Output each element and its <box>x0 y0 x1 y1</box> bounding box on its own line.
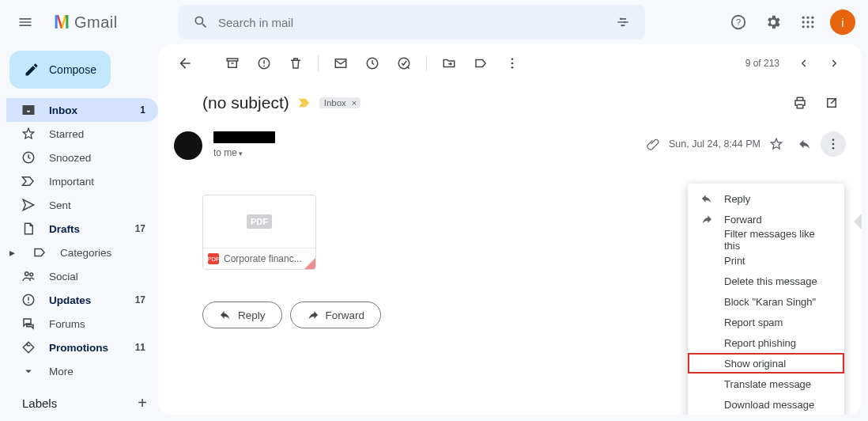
star-button[interactable] <box>764 131 789 157</box>
trash-icon <box>289 56 303 70</box>
help-button[interactable]: ? <box>723 6 754 38</box>
more-button[interactable] <box>498 49 526 78</box>
sidebar-item-more[interactable]: More <box>6 359 158 383</box>
compose-label: Compose <box>49 63 96 76</box>
gmail-wordmark: Gmail <box>74 13 118 32</box>
labels-button[interactable] <box>466 49 495 78</box>
important-marker-icon[interactable] <box>297 97 311 108</box>
label-icon <box>474 56 488 70</box>
main-menu-button[interactable] <box>9 6 41 38</box>
nav-label: More <box>49 366 149 377</box>
sender-name-redacted <box>213 131 275 143</box>
reply-icon <box>699 192 715 205</box>
menu-item-label: Translate message <box>724 378 811 390</box>
report-spam-icon <box>257 56 271 70</box>
forums-icon <box>21 317 36 331</box>
svg-text:?: ? <box>736 17 741 27</box>
subject-text: (no subject) <box>202 93 289 112</box>
search-bar[interactable] <box>179 5 645 40</box>
recipient-dropdown-icon: ▾ <box>239 150 243 157</box>
menu-item-filter-messages-like-this[interactable]: Filter messages like this <box>688 229 844 250</box>
svg-point-12 <box>806 25 809 28</box>
search-options-button[interactable] <box>607 14 639 30</box>
sidebar-item-drafts[interactable]: Drafts17 <box>6 217 158 241</box>
nav-label: Forums <box>49 318 149 330</box>
prev-button[interactable] <box>789 49 817 78</box>
menu-item-print[interactable]: Print <box>688 250 844 271</box>
menu-item-delete-this-message[interactable]: Delete this message <box>688 271 844 291</box>
nav-label: Inbox <box>49 104 127 116</box>
menu-item-reply[interactable]: Reply <box>688 188 844 209</box>
print-button[interactable] <box>786 89 814 117</box>
nav-label: Snoozed <box>49 152 149 164</box>
recipient-line[interactable]: to me▾ <box>213 147 275 158</box>
archive-button[interactable] <box>218 49 247 78</box>
svg-point-16 <box>30 273 33 276</box>
svg-point-8 <box>802 21 805 23</box>
account-button[interactable]: i <box>827 6 859 38</box>
menu-item-show-original[interactable]: Show original <box>688 353 844 374</box>
sidebar-item-snoozed[interactable]: Snoozed <box>6 146 158 169</box>
svg-point-30 <box>832 138 835 141</box>
social-icon <box>21 269 36 283</box>
top-right-icons: ? i <box>723 6 859 38</box>
reply-icon-button[interactable] <box>792 131 817 157</box>
menu-item-forward[interactable]: Forward <box>688 209 844 229</box>
attachment-filename: Corporate financ... <box>224 253 311 264</box>
nav-label: Important <box>49 176 149 188</box>
chip-remove-button[interactable]: × <box>349 98 359 108</box>
svg-point-11 <box>802 25 805 28</box>
sidebar-item-sent[interactable]: Sent <box>6 193 158 217</box>
svg-point-15 <box>25 272 29 276</box>
menu-item-block-karan-singh-[interactable]: Block "Karan Singh" <box>688 291 844 312</box>
side-panel-caret[interactable] <box>854 214 862 229</box>
menu-item-label: Report spam <box>724 317 783 328</box>
reply-button[interactable]: Reply <box>202 302 282 328</box>
sidebar-item-updates[interactable]: Updates17 <box>6 288 158 312</box>
menu-item-report-phishing[interactable]: Report phishing <box>688 332 844 353</box>
menu-item-translate-message[interactable]: Translate message <box>688 374 844 394</box>
add-task-button[interactable] <box>390 49 418 78</box>
snooze-button[interactable] <box>358 49 387 78</box>
menu-item-download-message[interactable]: Download message <box>688 394 844 415</box>
gmail-logo[interactable]: M Gmail <box>51 11 169 33</box>
apps-button[interactable] <box>792 6 824 38</box>
forward-button[interactable]: Forward <box>290 302 382 328</box>
sidebar: Compose Inbox1StarredSnoozedImportantSen… <box>0 44 158 421</box>
clock-icon <box>365 56 379 70</box>
search-input[interactable] <box>217 15 607 30</box>
gear-icon <box>764 13 782 31</box>
spam-button[interactable] <box>250 49 278 78</box>
sidebar-item-starred[interactable]: Starred <box>6 122 158 146</box>
message-more-button[interactable] <box>821 131 846 157</box>
sidebar-item-promotions[interactable]: Promotions11 <box>6 336 158 359</box>
sidebar-item-important[interactable]: Important <box>6 169 158 193</box>
delete-button[interactable] <box>281 49 310 78</box>
sender-avatar[interactable] <box>174 131 202 160</box>
sidebar-item-inbox[interactable]: Inbox1 <box>6 98 158 122</box>
promo-icon <box>21 340 36 355</box>
nav-label: Updates <box>49 294 123 306</box>
back-button[interactable] <box>171 49 199 78</box>
open-window-button[interactable] <box>817 89 846 117</box>
compose-button[interactable]: Compose <box>9 51 111 89</box>
settings-button[interactable] <box>757 6 789 38</box>
sidebar-item-social[interactable]: Social <box>6 264 158 288</box>
sidebar-item-forums[interactable]: Forums <box>6 312 158 336</box>
mark-unread-button[interactable] <box>326 49 355 78</box>
paperclip-icon <box>647 138 659 150</box>
sidebar-item-categories[interactable]: ▸Categories <box>6 241 158 264</box>
add-label-button[interactable]: + <box>138 394 147 412</box>
nav-label: Drafts <box>49 223 123 235</box>
next-button[interactable] <box>821 49 849 78</box>
menu-item-report-spam[interactable]: Report spam <box>688 312 844 332</box>
attachment-indicator[interactable] <box>640 131 666 157</box>
svg-point-27 <box>511 58 514 60</box>
svg-point-2 <box>621 25 624 27</box>
svg-point-0 <box>620 18 622 21</box>
attachment-card[interactable]: PDF PDF Corporate financ... <box>202 195 316 270</box>
apps-grid-icon <box>800 14 816 30</box>
move-button[interactable] <box>435 49 463 78</box>
inbox-label-chip[interactable]: Inbox × <box>319 97 361 108</box>
label-item[interactable]: Boxbe Waiting List <box>6 417 158 421</box>
